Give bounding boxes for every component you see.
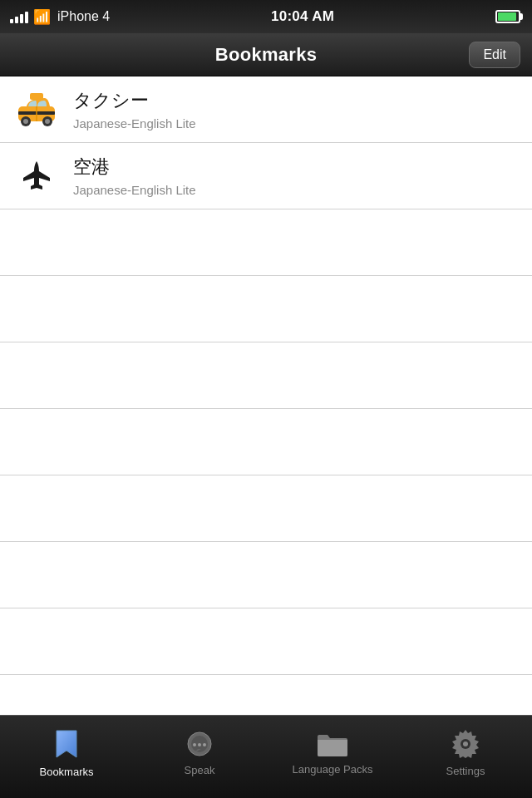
signal-bars-icon (10, 10, 28, 23)
bookmarks-list: タクシー Japanese-English Lite 空港 Japanese-E… (0, 76, 532, 675)
list-item[interactable]: タクシー Japanese-English Lite (0, 76, 532, 143)
item-text: 空港 Japanese-English Lite (73, 155, 196, 197)
battery-icon (495, 10, 520, 23)
tab-bar: Bookmarks Speak Language Packs (0, 715, 532, 798)
tab-bookmarks[interactable]: Bookmarks (0, 716, 133, 798)
folder-icon (318, 732, 347, 760)
tab-speak[interactable]: Speak (133, 716, 266, 798)
empty-row (0, 209, 532, 276)
wifi-icon: 📶 (33, 8, 51, 26)
empty-row (0, 409, 532, 475)
svg-point-10 (193, 743, 196, 746)
item-title: タクシー (73, 88, 196, 113)
list-item[interactable]: 空港 Japanese-English Lite (0, 143, 532, 209)
item-subtitle: Japanese-English Lite (73, 183, 196, 197)
status-time: 10:04 AM (271, 8, 334, 25)
svg-point-5 (45, 119, 50, 124)
gear-icon (451, 730, 480, 761)
svg-point-11 (198, 743, 201, 746)
tab-speak-label: Speak (185, 764, 215, 776)
item-title: 空港 (73, 155, 196, 180)
edit-button[interactable]: Edit (469, 42, 520, 68)
tab-language-packs[interactable]: Language Packs (266, 716, 399, 798)
empty-row (0, 342, 532, 409)
taxi-icon (13, 86, 60, 133)
svg-point-14 (463, 741, 468, 746)
page-title: Bookmarks (215, 44, 318, 66)
speak-icon (186, 731, 213, 761)
svg-point-12 (203, 743, 206, 746)
carrier-label: iPhone 4 (57, 9, 110, 24)
tab-settings[interactable]: Settings (399, 716, 532, 798)
tab-bookmarks-label: Bookmarks (39, 766, 93, 778)
bookmark-icon (55, 729, 78, 762)
plane-icon (13, 153, 60, 200)
empty-row (0, 276, 532, 342)
tab-language-packs-label: Language Packs (293, 763, 373, 776)
item-subtitle: Japanese-English Lite (73, 116, 196, 131)
battery-indicator (495, 10, 522, 23)
empty-row (0, 542, 532, 608)
status-left: 📶 iPhone 4 (10, 8, 110, 26)
item-text: タクシー Japanese-English Lite (73, 88, 196, 131)
tab-settings-label: Settings (446, 765, 485, 777)
empty-row (0, 608, 532, 675)
navigation-bar: Bookmarks Edit (0, 33, 532, 76)
battery-fill (498, 12, 516, 21)
status-bar: 📶 iPhone 4 10:04 AM (0, 0, 532, 33)
svg-point-3 (23, 119, 28, 124)
empty-row (0, 475, 532, 542)
